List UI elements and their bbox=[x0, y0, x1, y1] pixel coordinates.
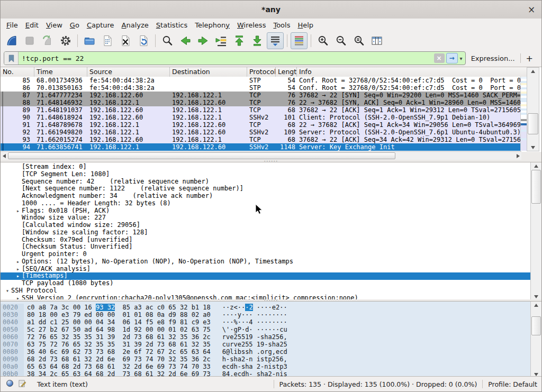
reload-file-button[interactable] bbox=[135, 32, 152, 49]
column-header-source[interactable]: Source bbox=[87, 67, 170, 77]
menu-go[interactable]: Go bbox=[66, 20, 83, 30]
hex-ascii[interactable]: ecdh-sha 2-nistp3 bbox=[222, 363, 287, 370]
go-next-button[interactable] bbox=[195, 32, 212, 49]
scroll-thumb[interactable] bbox=[531, 170, 541, 204]
column-header-destination[interactable]: Destination bbox=[170, 67, 247, 77]
hex-ascii[interactable]: ···%···4 ········ bbox=[222, 318, 287, 326]
restart-capture-button[interactable] bbox=[39, 32, 56, 49]
hex-row-0070[interactable]: 007063 75 72 76 65 32 35 35 31 39 2d 73 … bbox=[1, 341, 541, 348]
hex-ascii[interactable]: ····y··· ········ bbox=[222, 311, 287, 318]
display-filter-box[interactable]: !tcp.port == 22 × → ▾ bbox=[4, 51, 466, 65]
detail-item[interactable]: Acknowledgment number: 34 (relative ack … bbox=[1, 193, 531, 200]
detail-item[interactable]: [Calculated window size: 29056] bbox=[1, 222, 531, 229]
filter-bookmark-button[interactable] bbox=[4, 52, 19, 65]
menu-view[interactable]: View bbox=[42, 20, 66, 30]
zoom-in-button[interactable] bbox=[314, 32, 331, 49]
detail-item[interactable]: Sequence number: 42 (relative sequence n… bbox=[1, 178, 531, 186]
hex-vscrollbar[interactable] bbox=[530, 302, 541, 378]
packet-row-92[interactable]: 9271.661949820192.168.122.1192.168.122.6… bbox=[1, 129, 521, 136]
packet-list-hscrollbar[interactable] bbox=[1, 151, 521, 160]
hex-bytes[interactable]: 63 75 72 76 65 32 35 35 31 39 2d 73 68 6… bbox=[27, 341, 211, 348]
scroll-up-icon[interactable] bbox=[527, 68, 539, 75]
packet-row-87[interactable]: 8771.647777234192.168.122.60192.168.122.… bbox=[1, 92, 521, 99]
packet-row-93[interactable]: 9371.662015274192.168.122.60192.168.122.… bbox=[1, 136, 521, 143]
scroll-up-icon[interactable] bbox=[531, 302, 541, 308]
packet-row-85[interactable]: 8568.001734936fe:54:00:d4:38:2aSTP54Conf… bbox=[1, 77, 521, 84]
detail-item[interactable]: Window size value: 227 bbox=[1, 214, 531, 222]
capture-comment-icon[interactable] bbox=[18, 379, 26, 389]
detail-item[interactable]: [Stream index: 0] bbox=[1, 163, 531, 171]
stop-capture-button[interactable] bbox=[21, 32, 38, 49]
hex-bytes[interactable]: 65 63 64 68 2d 73 68 61 32 2d 6e 69 73 7… bbox=[27, 363, 211, 370]
scroll-thumb[interactable] bbox=[528, 113, 538, 134]
colorize-button[interactable] bbox=[291, 32, 308, 49]
packet-row-94[interactable]: 9471.663856741192.168.122.1192.168.122.6… bbox=[1, 143, 521, 151]
detail-item[interactable]: [Checksum Status: Unverified] bbox=[1, 243, 531, 251]
capture-options-button[interactable] bbox=[57, 32, 74, 49]
go-previous-button[interactable] bbox=[177, 32, 194, 49]
close-file-button[interactable] bbox=[117, 32, 134, 49]
hex-ascii[interactable]: curve255 19-sha25 bbox=[222, 341, 287, 348]
hex-row-0040[interactable]: 0040a1 dd c1 25 00 00 04 34 06 14 f5 e8 … bbox=[1, 318, 541, 326]
expander-closed-icon[interactable]: ▸ bbox=[14, 266, 22, 273]
go-to-packet-button[interactable] bbox=[213, 32, 230, 49]
hex-bytes[interactable]: a1 dd c1 25 00 00 04 34 06 14 f5 e8 f9 8… bbox=[27, 318, 211, 326]
expander-closed-icon[interactable]: ▸ bbox=[14, 258, 22, 266]
detail-item[interactable]: 1000 .... = Header Length: 32 bytes (8) bbox=[1, 200, 531, 207]
auto-scroll-button[interactable] bbox=[267, 32, 284, 49]
filter-history-caret-icon[interactable]: ▾ bbox=[460, 56, 463, 61]
scroll-left-icon[interactable] bbox=[1, 152, 7, 160]
hex-ascii[interactable]: 6@libssh .org,ecd bbox=[222, 348, 287, 355]
menu-wireless[interactable]: Wireless bbox=[233, 20, 269, 30]
hex-bytes[interactable]: 36 40 6c 69 62 73 73 68 2e 6f 72 67 2c 6… bbox=[27, 348, 211, 355]
filter-add-button[interactable]: + bbox=[521, 53, 538, 63]
hex-bytes[interactable]: 5c 27 b2 67 50 ad 64 98 1d 92 00 00 01 0… bbox=[27, 326, 211, 333]
column-header-no[interactable]: No. bbox=[1, 67, 34, 77]
scroll-thumb[interactable] bbox=[8, 152, 395, 159]
packet-row-88[interactable]: 8871.648146932192.168.122.1192.168.122.6… bbox=[1, 99, 521, 106]
menu-telephony[interactable]: Telephony bbox=[191, 20, 233, 30]
detail-item[interactable]: Checksum: 0x79ed [unverified] bbox=[1, 236, 531, 244]
display-filter-input[interactable]: !tcp.port == 22 bbox=[19, 54, 434, 62]
packet-row-91[interactable]: 9171.648789678192.168.122.1192.168.122.6… bbox=[1, 121, 521, 129]
filter-clear-button[interactable]: × bbox=[434, 53, 445, 63]
hex-ascii[interactable]: h-sha2-n istp256, bbox=[222, 355, 287, 363]
menu-edit[interactable]: Edit bbox=[22, 20, 42, 30]
expression-button[interactable]: Expression... bbox=[466, 54, 520, 62]
hex-row-0080[interactable]: 008036 40 6c 69 62 73 73 68 2e 6f 72 67 … bbox=[1, 348, 541, 355]
hex-ascii[interactable]: \'·gP·d· ······cu bbox=[222, 326, 287, 333]
hex-row-0020[interactable]: 0020c0 a8 7a 3c 00 16 93 32 85 a3 ac c0 … bbox=[1, 304, 541, 311]
column-header-protocol[interactable]: Protocol bbox=[247, 67, 276, 77]
start-capture-button[interactable] bbox=[3, 32, 20, 49]
details-vscrollbar[interactable] bbox=[530, 162, 541, 300]
filter-apply-button[interactable]: → bbox=[446, 53, 458, 63]
scroll-up-icon[interactable] bbox=[531, 162, 541, 169]
detail-item[interactable]: [Window size scaling factor: 128] bbox=[1, 229, 531, 236]
hex-ascii[interactable]: rve25519 -sha256, bbox=[222, 333, 287, 341]
close-icon[interactable]: × bbox=[526, 4, 537, 15]
hex-row-00a0[interactable]: 00a065 63 64 68 2d 73 68 61 32 2d 6e 69 … bbox=[1, 363, 541, 370]
scroll-thumb[interactable] bbox=[531, 316, 541, 335]
detail-item[interactable]: TCP payload (1080 bytes) bbox=[1, 280, 531, 287]
packet-row-90[interactable]: 9071.648618924192.168.122.60192.168.122.… bbox=[1, 114, 521, 121]
expander-open-icon[interactable]: ▾ bbox=[4, 287, 11, 295]
find-packet-button[interactable] bbox=[159, 32, 176, 49]
packet-row-86[interactable]: 8670.013850163fe:54:00:d4:38:2aSTP54Conf… bbox=[1, 84, 521, 92]
expert-info-icon[interactable] bbox=[6, 379, 14, 389]
hex-ascii[interactable]: ··z<···2 ····e2·· bbox=[222, 304, 287, 311]
hex-row-0050[interactable]: 00505c 27 b2 67 50 ad 64 98 1d 92 00 00 … bbox=[1, 326, 541, 333]
zoom-out-button[interactable] bbox=[332, 32, 349, 49]
menu-analyze[interactable]: Analyze bbox=[118, 20, 152, 30]
menu-file[interactable]: File bbox=[3, 20, 22, 30]
expander-closed-icon[interactable]: ▸ bbox=[14, 207, 22, 215]
packet-list-vscrollbar[interactable] bbox=[527, 67, 539, 151]
hex-row-0060[interactable]: 006072 76 65 32 35 35 31 39 2d 73 68 61 … bbox=[1, 333, 541, 341]
menu-tools[interactable]: Tools bbox=[269, 20, 294, 30]
open-file-button[interactable] bbox=[81, 32, 98, 49]
detail-item[interactable]: [Next sequence number: 1122 (relative se… bbox=[1, 185, 531, 193]
scroll-right-icon[interactable] bbox=[514, 152, 521, 160]
status-profile[interactable]: Profile: Default bbox=[488, 380, 537, 388]
hex-bytes[interactable]: 80 18 00 e3 79 ed 00 00 01 01 08 0a d9 8… bbox=[27, 311, 211, 318]
hex-row-0030[interactable]: 003080 18 00 e3 79 ed 00 00 01 01 08 0a … bbox=[1, 311, 541, 318]
detail-item-expandable[interactable]: ▸Flags: 0x018 (PSH, ACK) bbox=[1, 207, 531, 215]
